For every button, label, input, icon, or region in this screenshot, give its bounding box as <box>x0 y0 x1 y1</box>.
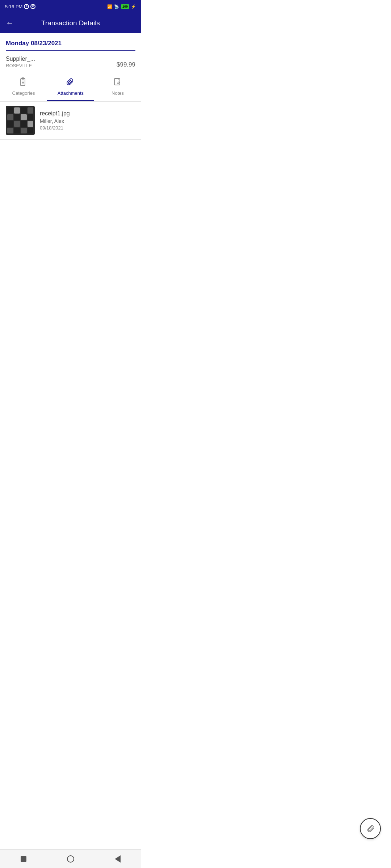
wifi-icon: 📡 <box>114 4 119 9</box>
attachment-list: receipt1.jpg Miller, Alex 09/18/2021 <box>0 102 141 140</box>
status-icon-p1: P <box>24 4 29 9</box>
svg-rect-0 <box>21 78 25 86</box>
tab-categories[interactable]: Categories <box>0 73 47 101</box>
charging-icon: ⚡ <box>131 4 136 9</box>
tab-notes[interactable]: Notes <box>94 73 141 101</box>
tab-attachments-label: Attachments <box>58 90 84 96</box>
back-button[interactable]: ← <box>6 18 14 28</box>
transaction-amount: $99.99 <box>117 61 135 68</box>
transaction-date: Monday 08/23/2021 <box>6 40 135 51</box>
tab-attachments[interactable]: Attachments <box>47 73 94 101</box>
supplier-details: Supplier_... ROSEVILLE <box>6 56 35 68</box>
categories-icon <box>19 77 28 89</box>
battery-icon: 100 <box>121 4 129 9</box>
attachment-info: receipt1.jpg Miller, Alex 09/18/2021 <box>40 110 135 131</box>
status-time: 5:16 PM P P <box>5 4 35 9</box>
notes-icon <box>113 77 122 89</box>
attachment-item[interactable]: receipt1.jpg Miller, Alex 09/18/2021 <box>0 102 141 140</box>
status-bar: 5:16 PM P P 📶 📡 100 ⚡ <box>0 0 141 13</box>
page-title: Transaction Details <box>18 19 123 27</box>
attachments-icon <box>66 77 75 89</box>
tab-notes-label: Notes <box>112 90 124 96</box>
supplier-row: Supplier_... ROSEVILLE $99.99 <box>6 56 135 68</box>
status-icons: 📶 📡 100 ⚡ <box>107 4 136 9</box>
attachment-uploader: Miller, Alex <box>40 118 135 124</box>
tab-bar: Categories Attachments Notes <box>0 73 141 102</box>
supplier-name: Supplier_... <box>6 56 35 62</box>
supplier-location: ROSEVILLE <box>6 63 35 68</box>
tab-categories-label: Categories <box>12 90 35 96</box>
transaction-info: Monday 08/23/2021 Supplier_... ROSEVILLE… <box>0 33 141 73</box>
attachment-filename: receipt1.jpg <box>40 110 135 117</box>
attachment-date: 09/18/2021 <box>40 125 135 131</box>
status-icon-p2: P <box>30 4 35 9</box>
attachment-thumbnail <box>6 106 35 135</box>
top-nav: ← Transaction Details <box>0 13 141 33</box>
signal-icon: 📶 <box>107 4 112 9</box>
